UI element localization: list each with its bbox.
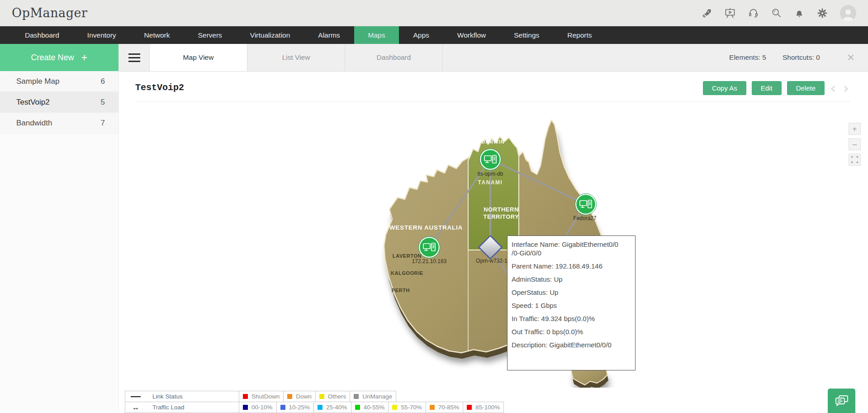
nav-virtualization[interactable]: Virtualization <box>236 26 304 44</box>
zoom-in-button[interactable]: + <box>849 123 861 135</box>
tab-map-view[interactable]: Map View <box>149 44 247 71</box>
tooltip-interface-name: Interface Name: GigabitEthernet0/0 <box>512 240 631 249</box>
map-count: 7 <box>101 119 105 128</box>
down-swatch <box>287 394 292 399</box>
map-name: Sample Map <box>16 77 59 86</box>
tooltip-description: Description: GigabitEthernet0/0/0 <box>512 341 631 349</box>
map-canvas: TestVoip2 Copy As Edit Delete ‹ › <box>119 72 868 413</box>
legend-row-label: Link Status <box>152 393 183 400</box>
tooltip-oper-status: OperStatus: Up <box>512 288 631 297</box>
label-nt-1: NORTHERN <box>484 206 519 213</box>
zoom-out-button[interactable]: – <box>849 138 861 150</box>
map-legend: Link Status ShutDown Down Others UnManag… <box>125 391 504 413</box>
legend-traffic-load-row: ↔ Traffic Load 00-10% 10-25% 25-40% 40-5… <box>125 402 504 413</box>
unmanage-swatch <box>354 394 359 399</box>
copy-as-button[interactable]: Copy As <box>703 81 746 95</box>
bell-icon[interactable] <box>794 8 805 19</box>
node-172-21-10-183[interactable] <box>419 237 440 258</box>
nav-dashboard[interactable]: Dashboard <box>11 26 73 44</box>
node-label-opm-w732-1: Opm-w732-1 <box>476 258 508 264</box>
elements-count: Elements: 5 <box>729 53 766 62</box>
nav-reports[interactable]: Reports <box>553 26 606 44</box>
search-icon[interactable] <box>771 8 782 19</box>
legend-others: Others <box>315 391 351 402</box>
presentation-icon[interactable] <box>725 8 735 19</box>
nav-inventory[interactable]: Inventory <box>73 26 130 44</box>
nav-network[interactable]: Network <box>130 26 184 44</box>
interface-tooltip: Interface Name: GigabitEthernet0/0 /0-Gi… <box>507 235 636 370</box>
map-count: 6 <box>101 77 105 86</box>
sidebar-item-sample-map[interactable]: Sample Map 6 <box>0 71 119 92</box>
legend-unmanage: UnManage <box>350 391 396 402</box>
hamburger-menu-icon[interactable] <box>119 44 149 71</box>
legend-0-10: 00-10% <box>239 402 277 413</box>
pager-chevrons[interactable]: ‹ › <box>830 81 850 95</box>
tooltip-interface-name-cont: /0-Gi0/0/0 <box>512 249 631 257</box>
top-icon-group <box>702 5 856 21</box>
legend-40-55: 40-55% <box>351 402 389 413</box>
tab-list-view[interactable]: List View <box>247 44 345 71</box>
maps-sidebar: Create New + Sample Map 6 TestVoip2 5 Ba… <box>0 44 119 413</box>
shortcuts-count: Shortcuts: 0 <box>783 53 820 62</box>
tooltip-out-traffic: Out Traffic: 0 bps(0.0)% <box>512 328 631 336</box>
map-name: Bandwidth <box>16 119 52 128</box>
top-bar: OpManager <box>0 0 868 26</box>
fullscreen-button[interactable] <box>849 154 861 166</box>
legend-55-70: 55-70% <box>388 402 426 413</box>
nav-maps[interactable]: Maps <box>354 26 399 44</box>
label-perth: PERTH <box>392 288 410 293</box>
node-label-lts-opm-db: lts-opm-db <box>478 171 503 177</box>
node-lts-opm-db[interactable] <box>480 149 501 170</box>
nav-settings[interactable]: Settings <box>500 26 553 44</box>
node-label-172-21-10-183: 172.21.10.183 <box>412 258 447 264</box>
node-label-fedora27: Fedora27 <box>573 215 597 221</box>
headset-icon[interactable] <box>748 8 759 19</box>
legend-link-status[interactable]: Link Status <box>125 391 239 402</box>
tooltip-speed: Speed: 1 Gbps <box>512 302 631 310</box>
sidebar-item-testvoip2[interactable]: TestVoip2 5 <box>0 92 119 113</box>
traffic-arrow-icon: ↔ <box>131 403 141 412</box>
gear-icon[interactable] <box>817 8 828 19</box>
edit-button[interactable]: Edit <box>752 81 782 95</box>
map-meta: Elements: 5 Shortcuts: 0 × <box>713 44 868 71</box>
create-new-button[interactable]: Create New + <box>0 44 119 71</box>
legend-70-85: 70-85% <box>426 402 464 413</box>
legend-down: Down <box>283 391 316 402</box>
label-nt-2: TERRITORY <box>484 213 519 220</box>
avatar[interactable] <box>840 5 856 21</box>
legend-25-40: 25-40% <box>313 402 351 413</box>
app-logo: OpManager <box>12 6 87 20</box>
legend-row-label: Traffic Load <box>152 404 185 411</box>
link-line-icon <box>131 396 141 397</box>
label-kalgoorie: KALGOORIE <box>391 270 423 276</box>
map-zoom-controls: + – <box>849 123 861 166</box>
nav-workflow[interactable]: Workflow <box>443 26 500 44</box>
map-name: TestVoip2 <box>16 98 50 107</box>
sidebar-item-bandwidth[interactable]: Bandwidth 7 <box>0 113 119 134</box>
tooltip-parent-name: Parent Name: 192.168.49.146 <box>512 262 631 270</box>
view-tab-bar: Map View List View Dashboard Elements: 5… <box>119 44 868 72</box>
title-divider <box>135 101 850 102</box>
main-nav: Dashboard Inventory Network Servers Virt… <box>0 26 868 44</box>
others-swatch <box>319 394 324 399</box>
map-count: 5 <box>101 98 105 107</box>
delete-button[interactable]: Delete <box>787 81 825 95</box>
create-new-label: Create New <box>31 53 74 62</box>
legend-link-status-row: Link Status ShutDown Down Others UnManag… <box>125 391 504 402</box>
nav-alarms[interactable]: Alarms <box>304 26 354 44</box>
legend-traffic-load[interactable]: ↔ Traffic Load <box>125 402 239 413</box>
close-icon[interactable]: × <box>847 51 854 64</box>
nav-servers[interactable]: Servers <box>184 26 236 44</box>
tab-dashboard[interactable]: Dashboard <box>345 44 443 71</box>
legend-85-100: 85-100% <box>463 402 504 413</box>
legend-10-25: 10-25% <box>276 402 314 413</box>
shutdown-swatch <box>243 394 248 399</box>
label-western-australia: WESTERN AUSTRALIA <box>389 224 463 231</box>
label-darwin: DARWIN <box>481 139 504 144</box>
nav-apps[interactable]: Apps <box>399 26 443 44</box>
map-actions: Copy As Edit Delete ‹ › <box>703 81 850 95</box>
node-fedora27[interactable] <box>575 194 597 215</box>
chat-button[interactable] <box>828 389 855 413</box>
rocket-icon[interactable] <box>702 8 712 19</box>
plus-icon: + <box>81 52 88 63</box>
